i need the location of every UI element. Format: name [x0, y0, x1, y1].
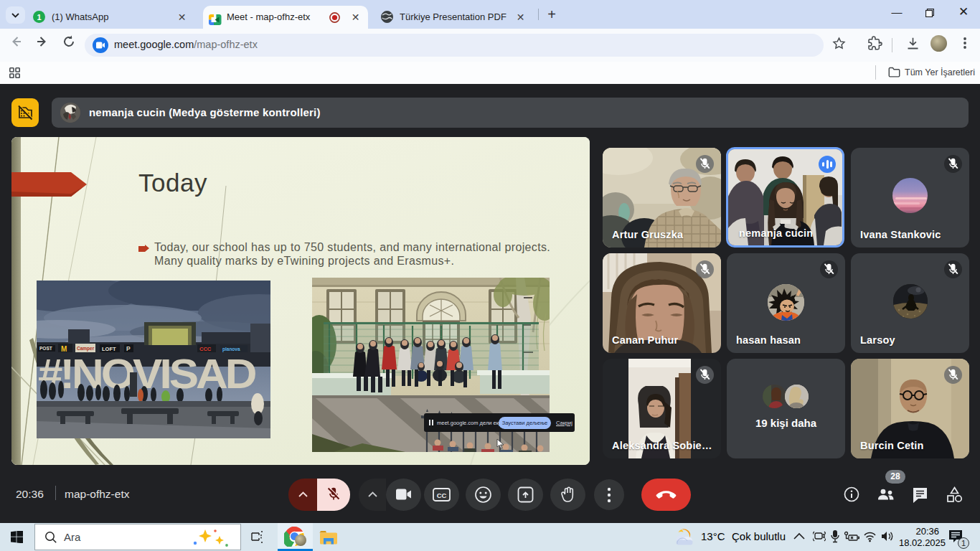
svg-text:CC: CC	[437, 491, 447, 499]
svg-text:1: 1	[37, 13, 41, 22]
svg-text:POST: POST	[39, 346, 52, 351]
